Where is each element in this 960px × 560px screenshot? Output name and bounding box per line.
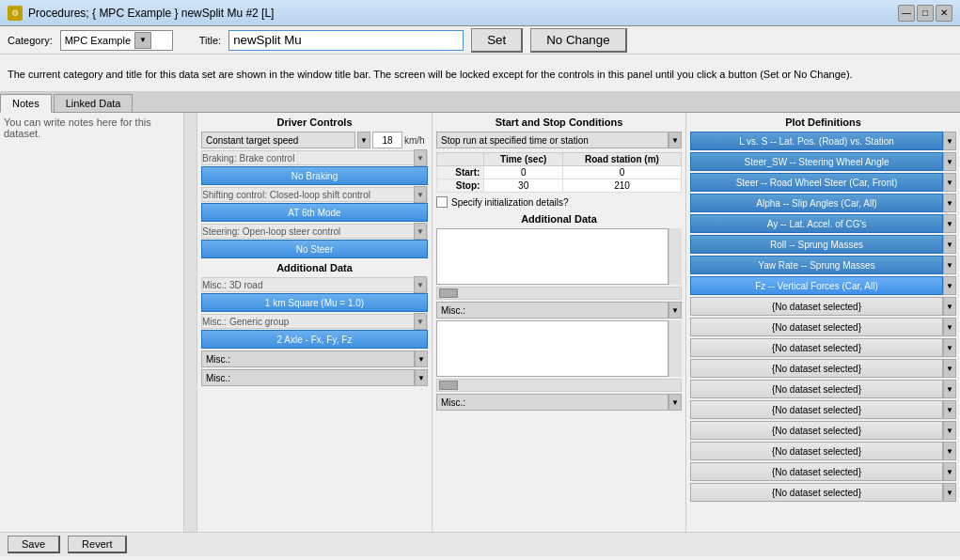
plot-item-button[interactable]: Ay -- Lat. Accel. of CG's (690, 214, 943, 233)
plot-item-row: Ay -- Lat. Accel. of CG's▼ (690, 214, 956, 233)
tab-notes[interactable]: Notes (0, 94, 52, 113)
plot-item-arrow[interactable]: ▼ (943, 276, 956, 295)
maximize-button[interactable]: □ (917, 5, 934, 22)
shift-label: Shifting control: Closed-loop shift cont… (201, 187, 428, 202)
plot-item-row: Fz -- Vertical Forces (Car, All)▼ (690, 276, 956, 295)
plot-item-arrow[interactable]: ▼ (943, 359, 956, 378)
minimize-button[interactable]: — (898, 5, 915, 22)
plot-item-arrow[interactable]: ▼ (943, 483, 956, 502)
title-bar: ⚙ Procedures; { MPC Example } newSplit M… (0, 0, 960, 26)
plot-item-button[interactable]: {No dataset selected} (690, 421, 943, 440)
misc-center-arrow-2[interactable]: ▼ (669, 394, 682, 411)
plot-item-arrow[interactable]: ▼ (943, 442, 956, 460)
plot-item-row: Steer_SW -- Steering Wheel Angle▼ (690, 152, 956, 171)
plot-item-arrow[interactable]: ▼ (943, 318, 956, 336)
steer-expand-icon[interactable]: ▼ (414, 223, 427, 240)
speed-control-row: Constant target speed ▼ km/h (201, 132, 428, 148)
misc-3d-button[interactable]: 1 km Square (Mu = 1.0) (201, 293, 428, 312)
plot-item-button[interactable]: Alpha -- Slip Angles (Car, All) (690, 194, 943, 212)
title-input[interactable] (228, 30, 464, 51)
plot-item-button[interactable]: Steer_SW -- Steering Wheel Angle (690, 152, 943, 171)
plot-item-button[interactable]: {No dataset selected} (690, 380, 943, 398)
plot-item-arrow[interactable]: ▼ (943, 297, 956, 316)
plot-item-button[interactable]: L vs. S -- Lat. Pos. (Road) vs. Station (690, 132, 943, 150)
plot-item-button[interactable]: {No dataset selected} (690, 442, 943, 460)
plot-item-row: {No dataset selected}▼ (690, 359, 956, 378)
shift-expand-icon[interactable]: ▼ (414, 186, 427, 203)
plot-item-arrow[interactable]: ▼ (943, 380, 956, 398)
start-stop-panel: Start and Stop Conditions Stop run at sp… (433, 113, 686, 532)
driver-controls-title: Driver Controls (201, 117, 428, 128)
stop-time-value[interactable]: 30 (484, 179, 563, 193)
misc-generic-button[interactable]: 2 Axle - Fx, Fy, Fz (201, 330, 428, 349)
plot-item-button[interactable]: Fz -- Vertical Forces (Car, All) (690, 276, 943, 295)
plot-item-button[interactable]: Yaw Rate -- Sprung Masses (690, 256, 943, 274)
plot-item-arrow[interactable]: ▼ (943, 214, 956, 233)
plot-item-button[interactable]: {No dataset selected} (690, 318, 943, 336)
misc-center-arrow-1[interactable]: ▼ (669, 302, 682, 319)
speed-dropdown[interactable]: Constant target speed (201, 132, 355, 148)
plot-item-button[interactable]: {No dataset selected} (690, 359, 943, 378)
plot-item-button[interactable]: {No dataset selected} (690, 400, 943, 419)
th-road: Road station (m) (562, 153, 681, 166)
brake-label: Braking: Brake control ▼ (201, 150, 428, 165)
plot-item-row: {No dataset selected}▼ (690, 462, 956, 481)
close-button[interactable]: ✕ (936, 5, 952, 22)
driver-controls-panel: Driver Controls Constant target speed ▼ … (197, 113, 433, 532)
brake-button[interactable]: No Braking (201, 166, 428, 185)
plot-item-button[interactable]: Roll -- Sprung Masses (690, 235, 943, 254)
start-row-label: Start: (437, 166, 484, 179)
additional-scrollbox-2 (436, 320, 669, 377)
misc-arrow-1[interactable]: ▼ (415, 350, 428, 367)
steer-button[interactable]: No Steer (201, 240, 428, 258)
tab-linked-data[interactable]: Linked Data (54, 94, 134, 112)
bottom-bar: Save Revert (0, 532, 960, 556)
info-text: The current category and title for this … (8, 69, 853, 80)
specify-checkbox[interactable] (436, 196, 448, 208)
plot-item-arrow[interactable]: ▼ (943, 132, 956, 150)
plot-item-arrow[interactable]: ▼ (943, 462, 956, 481)
scrollbar-v-2[interactable] (669, 320, 682, 377)
plot-item-button[interactable]: Steer -- Road Wheel Steer (Car, Front) (690, 173, 943, 192)
plot-item-arrow[interactable]: ▼ (943, 152, 956, 171)
scrollbar-h-1[interactable] (436, 287, 682, 300)
scrollbar-v-1[interactable] (669, 228, 682, 285)
plot-item-button[interactable]: {No dataset selected} (690, 483, 943, 502)
plot-item-row: Roll -- Sprung Masses▼ (690, 235, 956, 254)
plot-item-button[interactable]: {No dataset selected} (690, 462, 943, 481)
plot-item-button[interactable]: {No dataset selected} (690, 297, 943, 316)
stop-condition-arrow[interactable]: ▼ (669, 132, 682, 148)
notes-text[interactable]: You can write notes here for this datase… (0, 113, 183, 532)
stop-condition-dropdown[interactable]: Stop run at specified time or station (436, 132, 669, 148)
revert-button[interactable]: Revert (68, 536, 127, 553)
notes-inner: You can write notes here for this datase… (0, 113, 197, 532)
misc-row-1: Misc.: ▼ (201, 350, 428, 367)
misc-3d-expand-icon[interactable]: ▼ (414, 276, 427, 293)
misc-arrow-2[interactable]: ▼ (415, 369, 428, 386)
speed-dropdown-arrow[interactable]: ▼ (357, 132, 370, 148)
plot-item-arrow[interactable]: ▼ (943, 400, 956, 419)
additional-data-center-title: Additional Data (436, 213, 682, 225)
plot-item-button[interactable]: {No dataset selected} (690, 338, 943, 357)
brake-expand-icon[interactable]: ▼ (414, 149, 427, 166)
scrollbar-h-2[interactable] (436, 379, 682, 392)
th-time: Time (sec) (484, 153, 563, 166)
category-arrow-icon[interactable]: ▼ (134, 32, 151, 49)
misc-generic-expand-icon[interactable]: ▼ (414, 313, 427, 330)
speed-value-input[interactable] (372, 132, 402, 148)
plot-item-arrow[interactable]: ▼ (943, 338, 956, 357)
notes-scrollbar[interactable] (183, 113, 197, 532)
plot-item-arrow[interactable]: ▼ (943, 256, 956, 274)
plot-item-arrow[interactable]: ▼ (943, 194, 956, 212)
set-button[interactable]: Set (471, 28, 523, 53)
start-time-value[interactable]: 0 (484, 166, 563, 179)
plot-item-arrow[interactable]: ▼ (943, 421, 956, 440)
start-road-value[interactable]: 0 (562, 166, 681, 179)
plot-item-arrow[interactable]: ▼ (943, 235, 956, 254)
shift-button[interactable]: AT 6th Mode (201, 203, 428, 222)
plot-item-arrow[interactable]: ▼ (943, 173, 956, 192)
no-change-button[interactable]: No Change (530, 28, 626, 53)
category-dropdown[interactable]: MPC Example ▼ (60, 30, 173, 51)
stop-road-value[interactable]: 210 (562, 179, 681, 193)
save-button[interactable]: Save (8, 536, 60, 553)
